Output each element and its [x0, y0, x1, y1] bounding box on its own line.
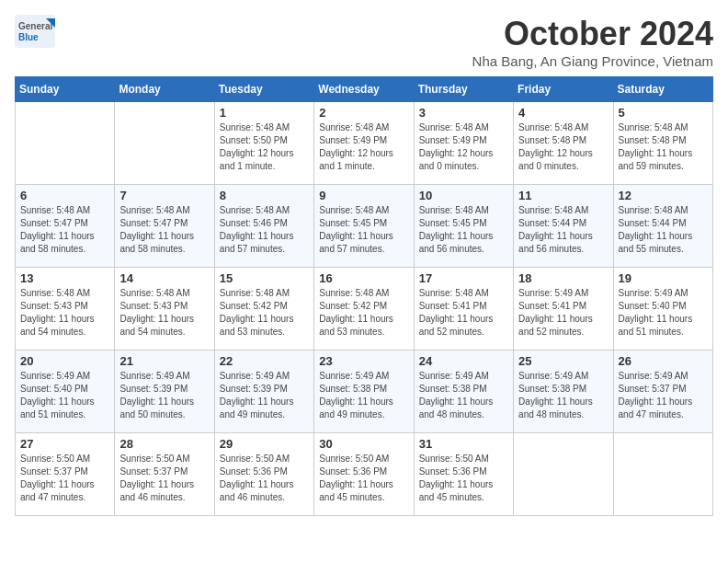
day-number: 10 [419, 189, 508, 202]
day-info: Sunrise: 5:49 AM Sunset: 5:41 PM Dayligh… [518, 287, 608, 339]
day-cell: 16Sunrise: 5:48 AM Sunset: 5:42 PM Dayli… [314, 268, 414, 350]
day-info: Sunrise: 5:50 AM Sunset: 5:36 PM Dayligh… [319, 453, 408, 504]
day-number: 16 [319, 271, 408, 285]
day-number: 30 [319, 437, 408, 451]
day-cell: 11Sunrise: 5:48 AM Sunset: 5:44 PM Dayli… [514, 185, 613, 268]
day-info: Sunrise: 5:48 AM Sunset: 5:42 PM Dayligh… [319, 287, 408, 339]
day-cell: 27Sunrise: 5:50 AM Sunset: 5:37 PM Dayli… [16, 433, 115, 516]
day-cell: 2Sunrise: 5:48 AM Sunset: 5:49 PM Daylig… [314, 102, 414, 185]
day-cell: 4Sunrise: 5:48 AM Sunset: 5:48 PM Daylig… [514, 102, 613, 185]
day-cell: 28Sunrise: 5:50 AM Sunset: 5:37 PM Dayli… [115, 433, 214, 516]
day-cell: 3Sunrise: 5:48 AM Sunset: 5:49 PM Daylig… [414, 102, 513, 185]
day-info: Sunrise: 5:48 AM Sunset: 5:48 PM Dayligh… [619, 121, 708, 173]
col-monday: Monday [115, 77, 214, 102]
day-number: 8 [220, 189, 309, 202]
col-thursday: Thursday [414, 77, 513, 102]
day-cell: 6Sunrise: 5:48 AM Sunset: 5:47 PM Daylig… [16, 185, 115, 268]
day-info: Sunrise: 5:49 AM Sunset: 5:40 PM Dayligh… [20, 370, 109, 421]
day-cell: 15Sunrise: 5:48 AM Sunset: 5:42 PM Dayli… [214, 268, 313, 350]
day-cell: 14Sunrise: 5:48 AM Sunset: 5:43 PM Dayli… [115, 268, 214, 350]
logo-icon: General Blue [15, 15, 55, 48]
day-cell: 12Sunrise: 5:48 AM Sunset: 5:44 PM Dayli… [613, 185, 712, 268]
day-number: 17 [419, 271, 508, 285]
day-cell [16, 102, 115, 185]
day-number: 24 [419, 354, 508, 368]
week-row-2: 13Sunrise: 5:48 AM Sunset: 5:43 PM Dayli… [16, 268, 713, 350]
page-header: General Blue October 2024 Nha Bang, An G… [15, 15, 713, 69]
location-subtitle: Nha Bang, An Giang Province, Vietnam [472, 53, 713, 69]
day-info: Sunrise: 5:48 AM Sunset: 5:41 PM Dayligh… [419, 287, 508, 339]
day-number: 25 [518, 354, 608, 368]
day-cell: 1Sunrise: 5:48 AM Sunset: 5:50 PM Daylig… [214, 102, 313, 185]
day-cell: 21Sunrise: 5:49 AM Sunset: 5:39 PM Dayli… [115, 350, 214, 433]
day-info: Sunrise: 5:48 AM Sunset: 5:49 PM Dayligh… [319, 121, 408, 173]
day-number: 20 [20, 354, 109, 368]
day-number: 7 [119, 189, 209, 202]
day-cell: 25Sunrise: 5:49 AM Sunset: 5:38 PM Dayli… [514, 350, 613, 433]
day-cell: 8Sunrise: 5:48 AM Sunset: 5:46 PM Daylig… [214, 185, 313, 268]
day-cell: 24Sunrise: 5:49 AM Sunset: 5:38 PM Dayli… [414, 350, 513, 433]
calendar-table: Sunday Monday Tuesday Wednesday Thursday… [15, 76, 713, 516]
day-number: 21 [119, 354, 209, 368]
header-row: Sunday Monday Tuesday Wednesday Thursday… [16, 77, 713, 102]
day-info: Sunrise: 5:48 AM Sunset: 5:43 PM Dayligh… [119, 287, 209, 339]
day-cell: 18Sunrise: 5:49 AM Sunset: 5:41 PM Dayli… [514, 268, 613, 350]
col-tuesday: Tuesday [214, 77, 313, 102]
day-cell: 9Sunrise: 5:48 AM Sunset: 5:45 PM Daylig… [314, 185, 414, 268]
day-info: Sunrise: 5:49 AM Sunset: 5:38 PM Dayligh… [518, 370, 608, 421]
logo: General Blue [15, 15, 55, 48]
title-section: October 2024 Nha Bang, An Giang Province… [472, 15, 713, 69]
day-cell: 26Sunrise: 5:49 AM Sunset: 5:37 PM Dayli… [613, 350, 712, 433]
day-info: Sunrise: 5:49 AM Sunset: 5:38 PM Dayligh… [319, 370, 408, 421]
day-cell: 22Sunrise: 5:49 AM Sunset: 5:39 PM Dayli… [214, 350, 313, 433]
day-cell [514, 433, 613, 516]
day-info: Sunrise: 5:48 AM Sunset: 5:46 PM Dayligh… [220, 204, 309, 256]
day-cell [613, 433, 712, 516]
day-info: Sunrise: 5:48 AM Sunset: 5:50 PM Dayligh… [220, 121, 309, 173]
day-info: Sunrise: 5:48 AM Sunset: 5:48 PM Dayligh… [518, 121, 608, 173]
day-cell: 5Sunrise: 5:48 AM Sunset: 5:48 PM Daylig… [613, 102, 712, 185]
day-info: Sunrise: 5:50 AM Sunset: 5:36 PM Dayligh… [220, 453, 309, 504]
day-number: 27 [20, 437, 109, 451]
day-info: Sunrise: 5:50 AM Sunset: 5:36 PM Dayligh… [419, 453, 508, 504]
week-row-1: 6Sunrise: 5:48 AM Sunset: 5:47 PM Daylig… [16, 185, 713, 268]
day-number: 6 [20, 189, 109, 202]
day-number: 3 [419, 106, 508, 120]
day-number: 23 [319, 354, 408, 368]
day-cell: 30Sunrise: 5:50 AM Sunset: 5:36 PM Dayli… [314, 433, 414, 516]
day-cell: 10Sunrise: 5:48 AM Sunset: 5:45 PM Dayli… [414, 185, 513, 268]
day-info: Sunrise: 5:48 AM Sunset: 5:47 PM Dayligh… [20, 204, 109, 256]
day-info: Sunrise: 5:49 AM Sunset: 5:40 PM Dayligh… [619, 287, 708, 339]
day-number: 13 [20, 271, 109, 285]
day-info: Sunrise: 5:50 AM Sunset: 5:37 PM Dayligh… [20, 453, 109, 504]
day-cell: 17Sunrise: 5:48 AM Sunset: 5:41 PM Dayli… [414, 268, 513, 350]
day-number: 2 [319, 106, 408, 120]
day-info: Sunrise: 5:48 AM Sunset: 5:42 PM Dayligh… [220, 287, 309, 339]
day-info: Sunrise: 5:48 AM Sunset: 5:45 PM Dayligh… [319, 204, 408, 256]
col-saturday: Saturday [613, 77, 712, 102]
day-number: 9 [319, 189, 408, 202]
day-info: Sunrise: 5:49 AM Sunset: 5:38 PM Dayligh… [419, 370, 508, 421]
day-number: 28 [119, 437, 209, 451]
day-info: Sunrise: 5:50 AM Sunset: 5:37 PM Dayligh… [119, 453, 209, 504]
day-number: 4 [518, 106, 608, 120]
day-number: 14 [119, 271, 209, 285]
week-row-0: 1Sunrise: 5:48 AM Sunset: 5:50 PM Daylig… [16, 102, 713, 185]
day-info: Sunrise: 5:49 AM Sunset: 5:37 PM Dayligh… [619, 370, 708, 421]
day-cell: 29Sunrise: 5:50 AM Sunset: 5:36 PM Dayli… [214, 433, 313, 516]
day-number: 19 [619, 271, 708, 285]
day-number: 1 [220, 106, 309, 120]
day-info: Sunrise: 5:48 AM Sunset: 5:44 PM Dayligh… [518, 204, 608, 256]
day-info: Sunrise: 5:49 AM Sunset: 5:39 PM Dayligh… [220, 370, 309, 421]
day-info: Sunrise: 5:48 AM Sunset: 5:47 PM Dayligh… [119, 204, 209, 256]
day-info: Sunrise: 5:48 AM Sunset: 5:44 PM Dayligh… [619, 204, 708, 256]
day-info: Sunrise: 5:48 AM Sunset: 5:49 PM Dayligh… [419, 121, 508, 173]
month-title: October 2024 [472, 15, 713, 53]
col-wednesday: Wednesday [314, 77, 414, 102]
week-row-4: 27Sunrise: 5:50 AM Sunset: 5:37 PM Dayli… [16, 433, 713, 516]
svg-text:General: General [18, 21, 52, 31]
day-cell: 13Sunrise: 5:48 AM Sunset: 5:43 PM Dayli… [16, 268, 115, 350]
day-cell [115, 102, 214, 185]
day-number: 29 [220, 437, 309, 451]
col-sunday: Sunday [16, 77, 115, 102]
